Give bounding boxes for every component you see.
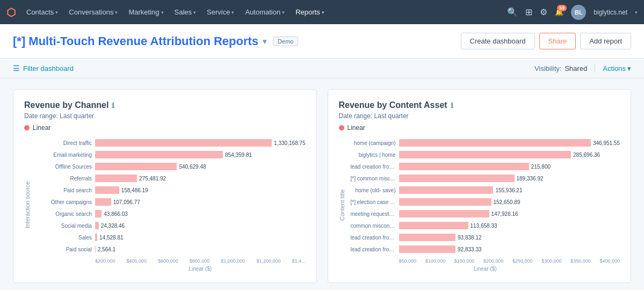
bar-fill	[399, 234, 456, 241]
main-content: Revenue by Channel ℹ Date range: Last qu…	[0, 78, 644, 290]
list-item: lead creation from conta...92,833.33	[351, 244, 620, 254]
create-dashboard-button[interactable]: Create dashboard	[461, 33, 535, 49]
share-button[interactable]: Share	[539, 33, 576, 49]
bar-track: 155,936.21	[399, 186, 620, 194]
bar-value: 275,481.92	[139, 176, 166, 182]
hubspot-logo[interactable]: ⬡	[6, 6, 16, 19]
bar-value: 215,800	[531, 164, 551, 170]
chevron-down-icon: ▾	[115, 10, 118, 15]
header-actions: Create dashboard Share Add report	[461, 33, 631, 49]
bar-value: 1,330,168.75	[274, 140, 305, 146]
bar-track: 92,833.33	[399, 245, 620, 253]
vertical-divider	[595, 64, 595, 73]
list-item: lead creation from conve...93,838.12	[351, 233, 620, 242]
apps-icon[interactable]: ⊞	[525, 7, 532, 17]
x-axis-tick: $150,000	[454, 258, 475, 264]
list-item: Email marketing854,359.81	[36, 150, 306, 160]
visibility-shared-label: Shared	[565, 64, 587, 73]
bar-value: 14,528.81	[99, 235, 124, 241]
nav-automation[interactable]: Automation ▾	[241, 6, 289, 18]
x-axis-tick: $400,000	[599, 258, 620, 264]
bar-track: 93,838.12	[399, 234, 620, 241]
revenue-by-channel-card: Revenue by Channel ℹ Date range: Last qu…	[13, 89, 317, 283]
settings-icon[interactable]: ⚙	[540, 7, 547, 17]
bar-label: Other campaigns	[36, 199, 95, 205]
list-item: biglytics | home285,696.36	[351, 150, 620, 160]
bar-label: Referrals	[36, 176, 95, 182]
filter-dashboard-button[interactable]: ☰ Filter dashboard	[13, 64, 74, 73]
list-item: Paid search158,486.19	[36, 185, 306, 195]
chart1-x-axis: $200,000$400,000$600,000$800,000$1,000,0…	[36, 258, 306, 264]
chart2-inner: home (campaign)346,951.55biglytics | hom…	[351, 138, 620, 272]
bar-track: 113,658.33	[399, 222, 620, 229]
chart1-date-range: Date range: Last quarter	[24, 112, 306, 120]
nav-service[interactable]: Service ▾	[202, 6, 238, 18]
topnav-right-section: 🔍 ⊞ ⚙ 🔔 59 BL biglytics.net ▾	[507, 5, 638, 20]
bar-track: 346,951.55	[399, 139, 620, 147]
search-icon[interactable]: 🔍	[507, 7, 518, 17]
bar-value: 285,696.36	[573, 152, 600, 158]
add-report-button[interactable]: Add report	[580, 33, 631, 49]
title-chevron-icon[interactable]: ▾	[263, 37, 266, 46]
nav-contacts[interactable]: Contacts ▾	[22, 6, 62, 18]
x-axis-tick: $200,000	[95, 258, 115, 264]
x-axis-tick: $1,4...	[292, 258, 305, 264]
bar-value: 540,629.48	[179, 164, 206, 170]
chart1-bars-area: Direct traffic1,330,168.75Email marketin…	[36, 138, 306, 256]
bar-track: 189,336.92	[399, 175, 620, 182]
actions-dropdown-button[interactable]: Actions ▾	[603, 64, 631, 73]
chevron-down-icon: ▾	[55, 10, 58, 15]
bar-track: 147,926.16	[399, 210, 620, 218]
domain-label[interactable]: biglytics.net	[594, 9, 627, 16]
bar-label: lead creation from conve...	[351, 235, 399, 241]
x-axis-tick: $600,000	[158, 258, 178, 264]
bar-fill	[95, 186, 119, 194]
bar-track: 158,486.19	[95, 186, 306, 194]
nav-conversations[interactable]: Conversations ▾	[64, 6, 122, 18]
avatar[interactable]: BL	[571, 5, 586, 20]
bar-fill	[399, 222, 468, 229]
bar-value: 189,336.92	[517, 176, 544, 182]
notifications-icon[interactable]: 🔔 59	[555, 8, 563, 16]
chart2-info-icon[interactable]: ℹ	[451, 102, 453, 110]
bar-track: 24,328.46	[95, 222, 306, 229]
bar-value: 107,096.77	[113, 199, 140, 205]
bar-label: Social media	[36, 223, 95, 229]
revenue-by-content-asset-card: Revenue by Content Asset ℹ Date range: L…	[328, 89, 632, 283]
notification-count: 59	[557, 5, 567, 11]
chart1-x-axis-label: Linear ($)	[36, 266, 306, 272]
bar-track: 854,359.81	[95, 151, 306, 158]
chart1-info-icon[interactable]: ℹ	[112, 102, 114, 110]
chart2-date-range: Date range: Last quarter	[339, 112, 620, 120]
chart2-bar-chart: Content title home (campaign)346,951.55b…	[339, 138, 620, 272]
chevron-down-icon: ▾	[322, 10, 324, 15]
chart2-x-axis: $50,000$100,000$150,000$200,000$250,000$…	[351, 258, 620, 264]
bar-label: Sales	[36, 235, 95, 241]
list-item: Direct traffic1,330,168.75	[36, 138, 306, 148]
bar-track: 275,481.92	[95, 175, 306, 182]
nav-sales[interactable]: Sales ▾	[170, 6, 201, 18]
chart2-bars-area: home (campaign)346,951.55biglytics | hom…	[351, 138, 620, 256]
bar-track: 107,096.77	[95, 198, 306, 206]
x-axis-tick: $350,000	[570, 258, 591, 264]
chevron-down-icon: ▾	[161, 10, 164, 15]
bar-fill	[95, 175, 137, 182]
bar-label: home (old- save)	[351, 187, 399, 193]
nav-reports[interactable]: Reports ▾	[291, 6, 329, 18]
bar-label: Email marketing	[36, 152, 95, 158]
list-item: Other campaigns107,096.77	[36, 197, 306, 207]
nav-marketing[interactable]: Marketing ▾	[124, 6, 168, 18]
domain-chevron-icon[interactable]: ▾	[635, 10, 638, 15]
list-item: common misconception...113,658.33	[351, 221, 620, 230]
list-item: home (campaign)346,951.55	[351, 138, 620, 148]
chevron-down-icon: ▾	[193, 10, 196, 15]
chart2-y-axis-label: Content title	[339, 138, 348, 272]
actions-chevron-icon: ▾	[627, 64, 631, 73]
x-axis-tick: $250,000	[512, 258, 533, 264]
list-item: Organic search43,866.03	[36, 209, 306, 219]
x-axis-tick: $50,000	[399, 258, 417, 264]
x-axis-tick: $1,200,000	[256, 258, 280, 264]
legend-dot-icon	[339, 125, 344, 130]
chart2-x-axis-label: Linear ($)	[351, 266, 620, 272]
chart2-title: Revenue by Content Asset ℹ	[339, 100, 620, 110]
